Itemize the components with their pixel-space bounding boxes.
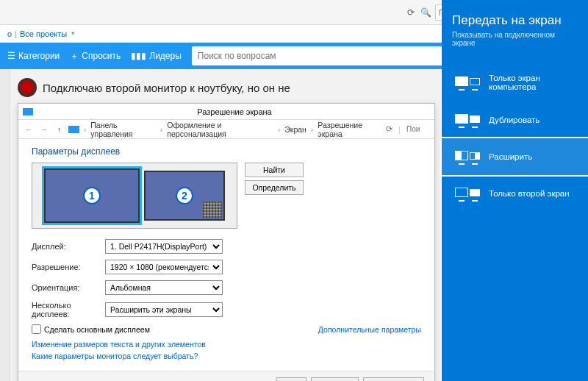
which-params-link[interactable]: Какие параметры монитора следует выбрать… xyxy=(32,352,421,360)
plus-icon: ＋ xyxy=(70,50,79,63)
nav-leaders-label: Лидеры xyxy=(149,51,182,61)
window-title: Разрешение экрана xyxy=(39,107,430,116)
charm-opt-label: Расширить xyxy=(489,152,532,161)
select-multi[interactable]: Расширить эти экраны xyxy=(105,302,223,317)
nav-categories-label: Категории xyxy=(18,51,60,61)
nav-fwd-icon: → xyxy=(38,123,51,136)
nav-leaders[interactable]: ▮▮▮ Лидеры xyxy=(131,51,182,61)
label-resolution: Разрешение: xyxy=(32,263,105,271)
crumb-0[interactable]: Панель управления xyxy=(90,121,156,138)
find-button[interactable]: Найти xyxy=(245,163,304,177)
nav-ask[interactable]: ＋ Спросить xyxy=(70,50,121,63)
screen-resolution-window: Разрешение экрана ← → ↑ › Панель управле… xyxy=(18,103,435,381)
make-main-checkbox[interactable] xyxy=(32,324,41,334)
apply-button[interactable]: Применить xyxy=(363,377,424,381)
select-orientation[interactable]: Альбомная xyxy=(105,280,223,295)
charm-opt-pc-only[interactable]: Только экран компьютера xyxy=(452,63,578,102)
monitor-1-badge: 1 xyxy=(83,187,101,204)
charm-opt-label: Только экран компьютера xyxy=(489,74,578,91)
extend-icon xyxy=(455,149,480,165)
addr-refresh-icon[interactable]: ⟳ xyxy=(386,124,392,134)
select-resolution[interactable]: 1920 × 1080 (рекомендуется) xyxy=(105,260,223,274)
charm-opt-duplicate[interactable]: Дублировать xyxy=(452,102,578,138)
question-header: Подключаю второй монитор к ноутбуку, но … xyxy=(18,74,434,102)
monitor-1[interactable]: 1 xyxy=(44,168,140,223)
project-charm-panel: Передать на экран Показывать на подключе… xyxy=(442,0,588,381)
monitor-2-badge: 2 xyxy=(176,187,193,204)
label-orientation: Ориентация: xyxy=(32,283,105,292)
charm-subtitle: Показывать на подключенном экране xyxy=(452,31,578,47)
text-size-link[interactable]: Изменение размеров текста и других элеме… xyxy=(32,340,421,349)
nav-categories[interactable]: ☰ Категории xyxy=(7,51,60,61)
pc-only-icon xyxy=(455,74,480,90)
section-title: Параметры дисплеев xyxy=(32,146,421,157)
window-footer: ОК Отмена Применить xyxy=(18,371,434,381)
crumb-3[interactable]: Разрешение экрана xyxy=(318,121,383,138)
left-gutter xyxy=(0,69,10,381)
display-arrangement[interactable]: 1 2 xyxy=(32,163,237,229)
cancel-button[interactable]: Отмена xyxy=(311,377,359,381)
label-multi: Несколько дисплеев: xyxy=(32,301,105,318)
charm-opt-extend[interactable]: Расширить xyxy=(442,138,588,175)
make-main-label: Сделать основным дисплеем xyxy=(44,325,150,334)
advanced-link[interactable]: Дополнительные параметры xyxy=(318,325,421,334)
all-projects-link[interactable]: Все проекты xyxy=(20,29,67,38)
monitor-2-grid-icon xyxy=(203,202,222,218)
asker-avatar[interactable] xyxy=(18,78,37,97)
window-address-bar: ← → ↑ › Панель управления › Оформление и… xyxy=(18,120,434,139)
charm-title: Передать на экран xyxy=(452,13,578,28)
nav-ask-label: Спросить xyxy=(82,51,121,61)
search-glyph-icon: 🔍 xyxy=(420,7,431,18)
bars-icon: ▮▮▮ xyxy=(131,51,146,61)
nav-back-icon[interactable]: ← xyxy=(23,123,35,136)
window-icon xyxy=(23,108,33,115)
detect-button[interactable]: Определить xyxy=(245,180,304,195)
list-icon: ☰ xyxy=(7,51,15,61)
window-titlebar: Разрешение экрана xyxy=(18,104,434,120)
select-display[interactable]: 1. Dell P2417H(DisplayPort) xyxy=(105,239,223,254)
charm-opt-label: Только второй экран xyxy=(489,189,570,198)
reload-icon[interactable]: ⟳ xyxy=(406,7,416,18)
free-link[interactable]: о xyxy=(7,29,12,38)
second-only-icon xyxy=(455,185,480,202)
charm-opt-label: Дублировать xyxy=(489,115,539,124)
crumb-2[interactable]: Экран xyxy=(284,125,306,134)
ok-button[interactable]: ОК xyxy=(276,377,306,381)
nav-up-icon[interactable]: ↑ xyxy=(53,123,65,136)
crumb-1[interactable]: Оформление и персонализация xyxy=(167,121,273,138)
monitor-2[interactable]: 2 xyxy=(144,171,225,221)
charm-opt-second-only[interactable]: Только второй экран xyxy=(452,175,578,212)
cp-search-input[interactable] xyxy=(406,125,430,133)
monitor-icon xyxy=(68,126,79,133)
duplicate-icon xyxy=(455,112,480,128)
label-display: Дисплей: xyxy=(32,242,105,251)
question-title: Подключаю второй монитор к ноутбуку, но … xyxy=(43,82,290,94)
